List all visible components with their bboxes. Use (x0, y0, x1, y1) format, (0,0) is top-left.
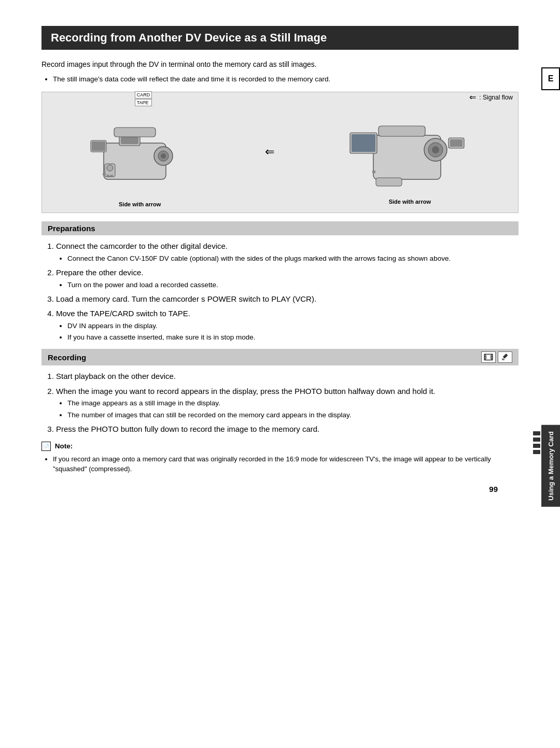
intro-bullet: The still image's data code will reflect… (53, 74, 519, 84)
right-camera-group: Side with arrow (347, 109, 472, 205)
svg-rect-23 (376, 178, 402, 186)
side-stripes (532, 425, 541, 460)
left-camcorder-svg: PLAY (88, 112, 192, 195)
svg-rect-12 (103, 173, 106, 175)
svg-point-16 (432, 146, 439, 153)
prep-item-1: Connect the camcorder to the other digit… (56, 241, 519, 264)
card-label: CARD (135, 91, 152, 98)
recording-icons (481, 351, 512, 363)
photo-icon-box (498, 351, 512, 363)
stripe-1 (533, 431, 540, 435)
arrow-between-icon: ⇐ (265, 145, 274, 159)
note-section: 📄 Note: If you record an image onto a me… (41, 441, 519, 474)
svg-rect-32 (503, 354, 508, 359)
note-label: Note: (55, 442, 73, 450)
left-cam-label: Side with arrow (119, 201, 161, 207)
diagram-cameras: CARD TAPE (51, 102, 509, 207)
prep-item-1-bullet-1: Connect the Canon CV-150F DV cable (opti… (67, 253, 519, 264)
svg-rect-6 (114, 128, 156, 137)
stripe-2 (533, 437, 540, 442)
svg-rect-17 (379, 126, 425, 136)
right-camcorder-svg (347, 109, 472, 192)
prep-item-4-bullet-1: DV IN appears in the display. (67, 321, 519, 331)
svg-marker-33 (502, 358, 504, 359)
svg-rect-26 (484, 356, 486, 358)
rec-item-2-bullet-1: The image appears as a still image in th… (67, 398, 519, 408)
side-tab-memory: Using a Memory Card (541, 425, 560, 507)
page-title: Recording from Another DV Device as a St… (41, 26, 519, 50)
svg-rect-31 (486, 355, 491, 360)
signal-flow-label: ⇐ : Signal flow (469, 92, 513, 102)
svg-rect-19 (352, 134, 375, 152)
rec-item-2-bullet-2: The number of images that can still be r… (67, 410, 519, 420)
stripe-4 (533, 450, 540, 454)
record-icon-box (481, 351, 496, 363)
svg-point-3 (161, 153, 166, 159)
svg-text:PLAY: PLAY (107, 174, 114, 177)
diagram-box: ⇐ : Signal flow CARD TAPE (41, 92, 519, 213)
svg-point-10 (107, 165, 113, 171)
page-number: 99 (41, 485, 519, 493)
signal-arrow-icon: ⇐ (469, 92, 476, 102)
prep-item-3: Load a memory card. Turn the camcorder s… (56, 293, 519, 305)
stripe-3 (533, 444, 540, 448)
prep-item-2-bullet-1: Turn on the power and load a recorded ca… (67, 280, 519, 290)
svg-rect-21 (450, 139, 463, 147)
intro-paragraph: Record images input through the DV in te… (41, 59, 519, 70)
svg-rect-30 (491, 358, 493, 360)
page-container: E Recording from Another DV Device as a … (0, 0, 560, 519)
pencil-icon (501, 353, 509, 361)
recording-list: Start playback on the other device. When… (56, 371, 519, 435)
recording-header: Recording (41, 349, 519, 365)
prep-item-2: Prepare the other device. Turn on the po… (56, 267, 519, 290)
left-camera-group: CARD TAPE (88, 107, 192, 207)
right-cam-label: Side with arrow (389, 199, 431, 205)
preparations-list: Connect the camcorder to the other digit… (56, 241, 519, 343)
svg-rect-28 (491, 354, 493, 356)
preparations-header: Preparations (41, 221, 519, 235)
svg-rect-25 (484, 354, 486, 356)
rec-item-2: When the image you want to record appear… (56, 386, 519, 420)
svg-rect-5 (121, 137, 138, 144)
note-bullet-1: If you record an image onto a memory car… (53, 454, 519, 474)
svg-rect-27 (484, 358, 486, 360)
svg-rect-8 (92, 142, 105, 151)
side-tab-e: E (541, 67, 560, 90)
prep-item-4-bullet-2: If you have a cassette inserted, make su… (67, 332, 519, 343)
film-icon (484, 354, 493, 361)
tape-label: TAPE (135, 99, 152, 106)
note-icon: 📄 (41, 442, 51, 451)
rec-item-3: Press the PHOTO button fully down to rec… (56, 424, 519, 435)
svg-rect-22 (372, 171, 375, 173)
svg-rect-29 (491, 356, 493, 358)
rec-item-1: Start playback on the other device. (56, 371, 519, 383)
prep-item-4: Move the TAPE/CARD switch to TAPE. DV IN… (56, 308, 519, 343)
